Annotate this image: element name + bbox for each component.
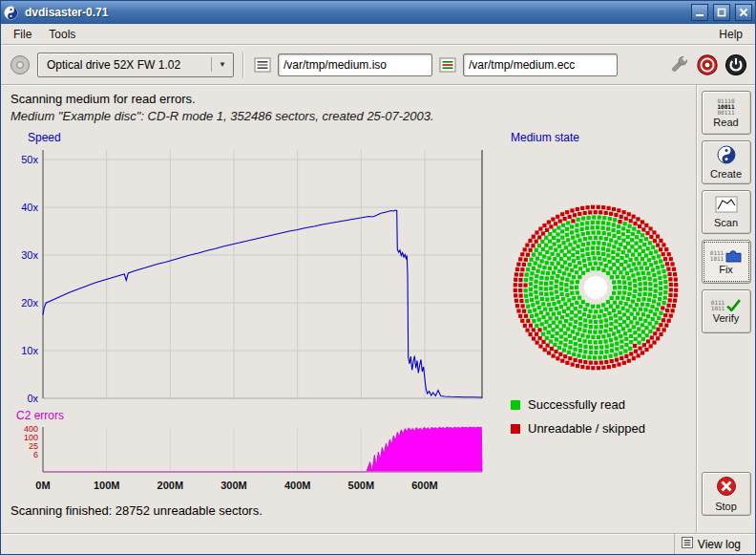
legend-label-unreadable: Unreadable / skipped [528,421,645,436]
titlebar: dvdisaster-0.71 [1,1,755,24]
create-button[interactable]: Create [702,140,751,184]
legend-swatch-unreadable [511,424,520,434]
main-panel: Scanning medium for read errors. Medium … [1,85,696,533]
quit-power-icon[interactable] [724,53,747,76]
menu-file[interactable]: File [5,26,40,43]
iso-file-icon[interactable] [253,55,272,75]
fix-button[interactable]: 0111 1011 Fix [702,240,751,284]
scan-graph-icon [715,196,738,216]
charts-row: Speed 0x10x20x30x40x50x C2 errors 400100… [1,125,696,518]
menubar: File Tools Help [1,24,755,45]
create-button-label: Create [710,168,742,180]
view-log-label: View log [698,538,741,551]
yin-yang-icon [717,145,736,167]
binary-read-icon: 01110 10011 00111 [717,98,734,116]
verify-button-label: Verify [713,312,740,324]
view-log-button[interactable]: View log [674,534,747,554]
svg-text:50x: 50x [21,154,38,165]
speed-chart-title: Speed [28,131,495,144]
window-title: dvdisaster-0.71 [22,6,686,19]
chart-column: Speed 0x10x20x30x40x50x C2 errors 400100… [1,125,495,518]
app-window: dvdisaster-0.71 File Tools Help Optical … [0,0,756,555]
svg-text:40x: 40x [21,202,38,213]
dvdisaster-logo-icon[interactable] [696,53,719,76]
svg-text:10x: 10x [21,345,38,356]
drive-selector[interactable]: Optical drive 52X FW 1.02 ▼ [37,53,234,77]
svg-text:500M: 500M [348,480,375,491]
x-axis-labels: 0M100M200M300M400M500M600M [5,477,487,494]
scan-button[interactable]: Scan [702,190,751,234]
status-lines: Scanning medium for read errors. Medium … [1,85,696,125]
statusbar: View log [1,533,755,554]
disc-wrap [512,203,680,374]
medium-state-panel: Medium state Successfully read Unreadabl… [495,125,696,518]
legend-swatch-read [511,400,520,410]
status-message: Scanning medium for read errors. [10,92,686,106]
legend-item-read: Successfully read [511,397,645,412]
svg-text:6: 6 [33,450,38,459]
legend-item-unreadable: Unreadable / skipped [511,421,645,436]
legend-label-read: Successfully read [528,397,625,412]
toolbar: Optical drive 52X FW 1.02 ▼ [1,45,755,85]
svg-text:600M: 600M [411,480,438,491]
content-area: Scanning medium for read errors. Medium … [1,85,755,533]
toolbar-separator [242,53,244,77]
c2-chart-title: C2 errors [16,409,495,422]
stop-button-label: Stop [715,501,737,512]
verify-check-icon: 0111 1011 [711,299,741,311]
svg-text:0x: 0x [27,393,38,404]
medium-state-title: Medium state [511,131,579,144]
ecc-path-input[interactable] [463,53,618,76]
fix-button-label: Fix [719,264,733,275]
svg-text:400M: 400M [284,480,311,491]
chevron-down-icon: ▼ [211,57,229,72]
stop-button[interactable]: Stop [702,472,751,516]
app-icon [4,6,18,20]
svg-text:20x: 20x [21,297,38,309]
svg-text:0M: 0M [35,480,50,491]
preferences-wrench-icon[interactable] [667,53,690,76]
action-sidebar: 01110 10011 00111 Read Create [696,85,755,533]
medium-info: Medium "Example disc": CD-R mode 1, 3524… [10,109,686,123]
svg-text:200M: 200M [158,480,184,491]
stop-icon [716,476,737,500]
speed-chart: 0x10x20x30x40x50x [5,144,487,404]
read-button[interactable]: 01110 10011 00111 Read [702,91,751,135]
legend: Successfully read Unreadable / skipped [511,397,645,436]
disc-graphic [512,203,680,372]
drive-selector-value: Optical drive 52X FW 1.02 [47,58,180,72]
menu-tools[interactable]: Tools [40,26,84,43]
iso-path-input[interactable] [278,53,432,76]
scan-result: Scanning finished: 28752 unreadable sect… [10,503,495,518]
maximize-button[interactable] [713,4,730,21]
svg-text:300M: 300M [220,480,247,491]
svg-text:100M: 100M [94,480,120,491]
scan-button-label: Scan [714,217,738,228]
c2-chart: 400100256 [5,424,487,474]
menu-help[interactable]: Help [710,26,751,43]
fix-puzzle-icon: 0111 1011 [710,248,742,263]
verify-button[interactable]: 0111 1011 Verify [702,289,751,333]
close-button[interactable] [735,4,752,21]
ecc-file-icon[interactable] [438,55,457,75]
read-button-label: Read [713,117,738,128]
svg-text:30x: 30x [21,249,38,261]
minimize-button[interactable] [691,4,708,21]
log-icon [682,537,693,551]
drive-disc-icon[interactable] [9,53,32,76]
